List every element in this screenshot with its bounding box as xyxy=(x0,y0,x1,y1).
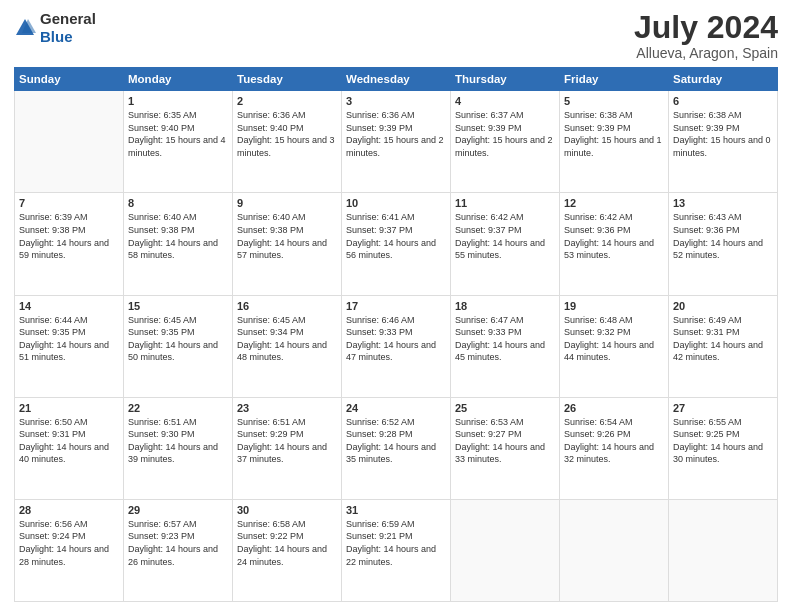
day-info: Sunrise: 6:35 AM Sunset: 9:40 PM Dayligh… xyxy=(128,109,228,159)
weekday-header-friday: Friday xyxy=(560,68,669,91)
day-number: 30 xyxy=(237,504,337,516)
calendar-week-2: 7Sunrise: 6:39 AM Sunset: 9:38 PM Daylig… xyxy=(15,193,778,295)
day-info: Sunrise: 6:40 AM Sunset: 9:38 PM Dayligh… xyxy=(128,211,228,261)
month-year: July 2024 xyxy=(634,10,778,45)
day-info: Sunrise: 6:51 AM Sunset: 9:29 PM Dayligh… xyxy=(237,416,337,466)
calendar-cell: 10Sunrise: 6:41 AM Sunset: 9:37 PM Dayli… xyxy=(342,193,451,295)
day-info: Sunrise: 6:45 AM Sunset: 9:35 PM Dayligh… xyxy=(128,314,228,364)
day-info: Sunrise: 6:43 AM Sunset: 9:36 PM Dayligh… xyxy=(673,211,773,261)
day-number: 14 xyxy=(19,300,119,312)
day-number: 20 xyxy=(673,300,773,312)
day-info: Sunrise: 6:36 AM Sunset: 9:40 PM Dayligh… xyxy=(237,109,337,159)
day-info: Sunrise: 6:51 AM Sunset: 9:30 PM Dayligh… xyxy=(128,416,228,466)
weekday-header-saturday: Saturday xyxy=(669,68,778,91)
weekday-header-thursday: Thursday xyxy=(451,68,560,91)
calendar-cell: 16Sunrise: 6:45 AM Sunset: 9:34 PM Dayli… xyxy=(233,295,342,397)
calendar-cell xyxy=(15,91,124,193)
calendar-cell: 3Sunrise: 6:36 AM Sunset: 9:39 PM Daylig… xyxy=(342,91,451,193)
day-number: 6 xyxy=(673,95,773,107)
calendar-week-5: 28Sunrise: 6:56 AM Sunset: 9:24 PM Dayli… xyxy=(15,499,778,601)
weekday-header-tuesday: Tuesday xyxy=(233,68,342,91)
day-number: 3 xyxy=(346,95,446,107)
day-number: 24 xyxy=(346,402,446,414)
page-container: General Blue July 2024 Allueva, Aragon, … xyxy=(0,0,792,612)
day-info: Sunrise: 6:54 AM Sunset: 9:26 PM Dayligh… xyxy=(564,416,664,466)
day-number: 13 xyxy=(673,197,773,209)
calendar-week-4: 21Sunrise: 6:50 AM Sunset: 9:31 PM Dayli… xyxy=(15,397,778,499)
calendar-week-3: 14Sunrise: 6:44 AM Sunset: 9:35 PM Dayli… xyxy=(15,295,778,397)
day-number: 28 xyxy=(19,504,119,516)
title-block: July 2024 Allueva, Aragon, Spain xyxy=(634,10,778,61)
day-number: 15 xyxy=(128,300,228,312)
weekday-header-sunday: Sunday xyxy=(15,68,124,91)
calendar-cell: 20Sunrise: 6:49 AM Sunset: 9:31 PM Dayli… xyxy=(669,295,778,397)
day-number: 27 xyxy=(673,402,773,414)
day-info: Sunrise: 6:58 AM Sunset: 9:22 PM Dayligh… xyxy=(237,518,337,568)
day-number: 22 xyxy=(128,402,228,414)
day-info: Sunrise: 6:47 AM Sunset: 9:33 PM Dayligh… xyxy=(455,314,555,364)
logo-icon xyxy=(14,17,36,39)
calendar-cell: 6Sunrise: 6:38 AM Sunset: 9:39 PM Daylig… xyxy=(669,91,778,193)
calendar-cell: 29Sunrise: 6:57 AM Sunset: 9:23 PM Dayli… xyxy=(124,499,233,601)
day-number: 25 xyxy=(455,402,555,414)
day-info: Sunrise: 6:38 AM Sunset: 9:39 PM Dayligh… xyxy=(673,109,773,159)
location: Allueva, Aragon, Spain xyxy=(634,45,778,61)
day-info: Sunrise: 6:37 AM Sunset: 9:39 PM Dayligh… xyxy=(455,109,555,159)
day-info: Sunrise: 6:45 AM Sunset: 9:34 PM Dayligh… xyxy=(237,314,337,364)
day-number: 17 xyxy=(346,300,446,312)
day-info: Sunrise: 6:36 AM Sunset: 9:39 PM Dayligh… xyxy=(346,109,446,159)
calendar-cell: 22Sunrise: 6:51 AM Sunset: 9:30 PM Dayli… xyxy=(124,397,233,499)
calendar-cell: 25Sunrise: 6:53 AM Sunset: 9:27 PM Dayli… xyxy=(451,397,560,499)
day-info: Sunrise: 6:52 AM Sunset: 9:28 PM Dayligh… xyxy=(346,416,446,466)
day-info: Sunrise: 6:57 AM Sunset: 9:23 PM Dayligh… xyxy=(128,518,228,568)
day-number: 8 xyxy=(128,197,228,209)
day-info: Sunrise: 6:38 AM Sunset: 9:39 PM Dayligh… xyxy=(564,109,664,159)
calendar-cell: 9Sunrise: 6:40 AM Sunset: 9:38 PM Daylig… xyxy=(233,193,342,295)
day-number: 2 xyxy=(237,95,337,107)
day-info: Sunrise: 6:39 AM Sunset: 9:38 PM Dayligh… xyxy=(19,211,119,261)
weekday-header-row: SundayMondayTuesdayWednesdayThursdayFrid… xyxy=(15,68,778,91)
day-info: Sunrise: 6:53 AM Sunset: 9:27 PM Dayligh… xyxy=(455,416,555,466)
day-number: 4 xyxy=(455,95,555,107)
day-number: 21 xyxy=(19,402,119,414)
day-info: Sunrise: 6:59 AM Sunset: 9:21 PM Dayligh… xyxy=(346,518,446,568)
calendar-cell: 8Sunrise: 6:40 AM Sunset: 9:38 PM Daylig… xyxy=(124,193,233,295)
calendar-cell xyxy=(669,499,778,601)
day-number: 10 xyxy=(346,197,446,209)
calendar-cell xyxy=(451,499,560,601)
day-info: Sunrise: 6:48 AM Sunset: 9:32 PM Dayligh… xyxy=(564,314,664,364)
day-number: 16 xyxy=(237,300,337,312)
weekday-header-monday: Monday xyxy=(124,68,233,91)
day-number: 31 xyxy=(346,504,446,516)
calendar-cell: 14Sunrise: 6:44 AM Sunset: 9:35 PM Dayli… xyxy=(15,295,124,397)
calendar-cell: 24Sunrise: 6:52 AM Sunset: 9:28 PM Dayli… xyxy=(342,397,451,499)
day-number: 12 xyxy=(564,197,664,209)
day-info: Sunrise: 6:49 AM Sunset: 9:31 PM Dayligh… xyxy=(673,314,773,364)
day-number: 26 xyxy=(564,402,664,414)
calendar-cell: 13Sunrise: 6:43 AM Sunset: 9:36 PM Dayli… xyxy=(669,193,778,295)
day-number: 23 xyxy=(237,402,337,414)
calendar-cell: 31Sunrise: 6:59 AM Sunset: 9:21 PM Dayli… xyxy=(342,499,451,601)
day-info: Sunrise: 6:42 AM Sunset: 9:37 PM Dayligh… xyxy=(455,211,555,261)
logo: General Blue xyxy=(14,10,96,46)
day-info: Sunrise: 6:50 AM Sunset: 9:31 PM Dayligh… xyxy=(19,416,119,466)
day-number: 7 xyxy=(19,197,119,209)
calendar-cell: 27Sunrise: 6:55 AM Sunset: 9:25 PM Dayli… xyxy=(669,397,778,499)
day-info: Sunrise: 6:40 AM Sunset: 9:38 PM Dayligh… xyxy=(237,211,337,261)
calendar-cell xyxy=(560,499,669,601)
day-number: 1 xyxy=(128,95,228,107)
calendar-cell: 17Sunrise: 6:46 AM Sunset: 9:33 PM Dayli… xyxy=(342,295,451,397)
calendar-cell: 5Sunrise: 6:38 AM Sunset: 9:39 PM Daylig… xyxy=(560,91,669,193)
day-info: Sunrise: 6:55 AM Sunset: 9:25 PM Dayligh… xyxy=(673,416,773,466)
day-number: 18 xyxy=(455,300,555,312)
calendar-cell: 21Sunrise: 6:50 AM Sunset: 9:31 PM Dayli… xyxy=(15,397,124,499)
day-number: 5 xyxy=(564,95,664,107)
calendar-week-1: 1Sunrise: 6:35 AM Sunset: 9:40 PM Daylig… xyxy=(15,91,778,193)
header: General Blue July 2024 Allueva, Aragon, … xyxy=(14,10,778,61)
day-info: Sunrise: 6:42 AM Sunset: 9:36 PM Dayligh… xyxy=(564,211,664,261)
day-info: Sunrise: 6:56 AM Sunset: 9:24 PM Dayligh… xyxy=(19,518,119,568)
day-info: Sunrise: 6:41 AM Sunset: 9:37 PM Dayligh… xyxy=(346,211,446,261)
calendar-cell: 2Sunrise: 6:36 AM Sunset: 9:40 PM Daylig… xyxy=(233,91,342,193)
calendar-cell: 26Sunrise: 6:54 AM Sunset: 9:26 PM Dayli… xyxy=(560,397,669,499)
day-info: Sunrise: 6:46 AM Sunset: 9:33 PM Dayligh… xyxy=(346,314,446,364)
